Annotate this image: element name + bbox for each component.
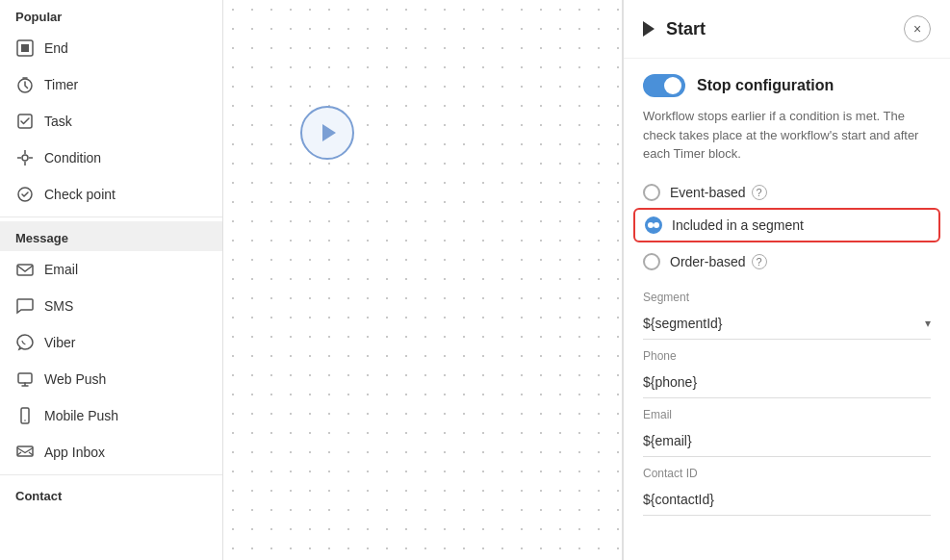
sidebar-item-appinbox[interactable]: App Inbox	[0, 434, 222, 471]
segment-field-label: Segment	[643, 291, 931, 304]
sidebar-item-label: Task	[44, 114, 72, 129]
sidebar-item-label: Web Push	[44, 371, 106, 387]
sidebar-item-task[interactable]: Task	[0, 103, 222, 140]
panel-title: Start	[666, 19, 706, 39]
stop-config-toggle[interactable]	[643, 74, 685, 97]
email-field-value: ${email}	[643, 433, 692, 448]
contactid-field-group: Contact ID ${contactId}	[643, 467, 931, 516]
panel-play-icon	[643, 21, 655, 37]
radio-label-event: Event-based ?	[670, 185, 767, 200]
radio-segment-highlighted[interactable]: Included in a segment	[633, 208, 940, 242]
segment-field-value: ${segmentId}	[643, 316, 723, 331]
panel-header: Start ×	[624, 0, 950, 59]
svg-rect-10	[17, 265, 33, 275]
radio-label-order: Order-based ?	[670, 254, 767, 269]
fields-group: Segment ${segmentId} ▾ Phone ${phone} Em…	[643, 291, 931, 516]
workflow-canvas[interactable]	[223, 0, 623, 560]
message-section-title: Message	[0, 221, 222, 251]
sidebar-item-checkpoint[interactable]: Check point	[0, 176, 222, 213]
phone-field-row[interactable]: ${phone}	[643, 367, 931, 398]
contactid-field-value: ${contactId}	[643, 492, 714, 507]
contactid-field-label: Contact ID	[643, 467, 931, 480]
viber-icon	[15, 333, 35, 352]
sidebar: Popular End Timer Task	[0, 0, 223, 560]
divider2	[0, 474, 222, 475]
radio-order-based[interactable]: Order-based ?	[643, 246, 931, 277]
sidebar-item-viber[interactable]: Viber	[0, 324, 222, 361]
svg-rect-11	[18, 373, 32, 383]
panel-header-left: Start	[643, 19, 706, 39]
close-button[interactable]: ×	[904, 15, 931, 42]
svg-point-4	[22, 155, 28, 161]
chevron-down-icon: ▾	[925, 317, 931, 330]
mobilepush-icon	[15, 406, 35, 425]
sidebar-item-sms[interactable]: SMS	[0, 288, 222, 324]
right-panel: Start × Stop configuration Workflow stop…	[623, 0, 950, 560]
radio-event-based[interactable]: Event-based ?	[643, 177, 931, 208]
sidebar-item-label: Email	[44, 262, 78, 277]
sidebar-item-label: Mobile Push	[44, 408, 118, 423]
radio-circle-segment	[645, 216, 662, 234]
svg-point-13	[24, 420, 26, 421]
sidebar-item-label: Condition	[44, 150, 101, 165]
help-icon-order[interactable]: ?	[752, 254, 767, 269]
sidebar-item-mobilepush[interactable]: Mobile Push	[0, 397, 222, 434]
checkpoint-icon	[15, 185, 35, 204]
email-field-row[interactable]: ${email}	[643, 425, 931, 457]
webpush-icon	[15, 369, 35, 389]
help-icon-event[interactable]: ?	[752, 185, 767, 200]
divider	[0, 216, 222, 217]
sidebar-item-condition[interactable]: Condition	[0, 140, 222, 176]
phone-field-label: Phone	[643, 349, 931, 363]
radio-circle-order	[643, 253, 660, 270]
phone-field-value: ${phone}	[643, 374, 697, 390]
sidebar-item-label: App Inbox	[44, 445, 105, 460]
sidebar-item-label: Viber	[44, 335, 75, 350]
contactid-field-row[interactable]: ${contactId}	[643, 484, 931, 516]
task-icon	[15, 112, 35, 131]
condition-icon	[15, 148, 35, 167]
email-field-label: Email	[643, 408, 931, 421]
phone-field-group: Phone ${phone}	[643, 349, 931, 398]
segment-field-group: Segment ${segmentId} ▾	[643, 291, 931, 340]
sidebar-item-label: Check point	[44, 187, 116, 202]
sidebar-item-label: Timer	[44, 77, 78, 92]
svg-rect-1	[21, 44, 29, 52]
email-field-group: Email ${email}	[643, 408, 931, 457]
sidebar-item-timer[interactable]: Timer	[0, 66, 222, 103]
segment-field-row[interactable]: ${segmentId} ▾	[643, 308, 931, 340]
timer-icon	[15, 75, 35, 94]
toggle-label: Stop configuration	[697, 77, 834, 94]
email-icon	[15, 260, 35, 279]
sidebar-item-label: End	[44, 40, 68, 56]
panel-body: Stop configuration Workflow stops earlie…	[624, 59, 950, 541]
toggle-row: Stop configuration	[643, 74, 931, 97]
sms-icon	[15, 296, 35, 316]
appinbox-icon	[15, 443, 35, 462]
sidebar-item-end[interactable]: End	[0, 30, 222, 66]
end-icon	[15, 38, 35, 58]
popular-section-title: Popular	[0, 0, 222, 30]
sidebar-item-webpush[interactable]: Web Push	[0, 361, 222, 397]
contact-section-title: Contact	[0, 479, 222, 509]
sidebar-item-email[interactable]: Email	[0, 251, 222, 288]
radio-circle-event	[643, 184, 660, 201]
sidebar-item-label: SMS	[44, 298, 73, 314]
radio-label-segment: Included in a segment	[672, 217, 804, 233]
play-icon	[322, 124, 336, 141]
radio-segment[interactable]: Included in a segment	[645, 215, 929, 236]
description-text: Workflow stops earlier if a condition is…	[643, 107, 931, 164]
start-node[interactable]	[300, 106, 354, 160]
